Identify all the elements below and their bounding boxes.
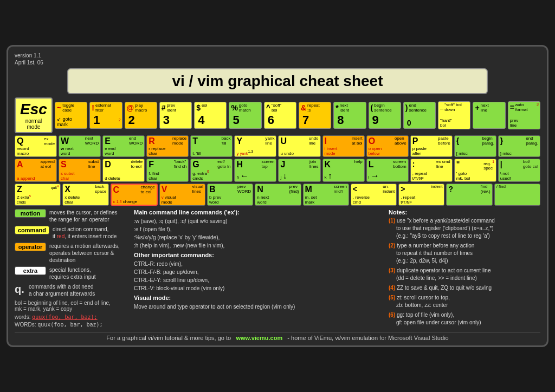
P-key: P pastebefore p pasteafter [410, 135, 453, 157]
equals-key: =autoformat 3 prevline [508, 101, 540, 129]
O-key: O openabove o openbelow [366, 135, 409, 157]
star-key: *nextident 8 [333, 102, 366, 129]
visual-mode-text: Move around and type operator to act on … [134, 303, 383, 311]
Q-key: Q exmode recordmacro [15, 135, 57, 157]
R-key: R replacemode r replacechar [146, 135, 189, 157]
S-key: S substline s substchar [59, 159, 101, 182]
top-key-row: Esc normalmode ~togglecase ↙ gotomark !e… [15, 97, 540, 133]
qdot-legend: q. commands with a dot need a char argum… [15, 283, 128, 297]
percent-key: %gotomatch 5 [229, 102, 261, 129]
plus-key: +nextline [473, 102, 505, 129]
notes-column: Notes: (1) use "x before a yank/paste/de… [389, 209, 540, 329]
command-legend: command direct action command,if red, it… [15, 226, 128, 240]
hash-key: #prevident 3 [159, 102, 192, 129]
lbrace-key: { beginparag. [ misc [454, 135, 496, 157]
K-key: K help k ↑ [322, 159, 365, 182]
esc-key: Esc normalmode [15, 97, 53, 133]
quote-key: " reg. 1spec ' gotomk. bol [454, 159, 496, 182]
G-key: G eof/goto ln g. extra6cmds [190, 159, 233, 182]
N-key: N prev(find) n nextword [255, 184, 301, 206]
B-key: B prevWORD b prevword [207, 184, 253, 206]
words-line1: words: quux(foo, bar, baz); [15, 314, 128, 320]
main-commands-title: Main command line commands ('ex'): [134, 209, 383, 215]
viemu-link[interactable]: www.viemu.com [236, 335, 282, 341]
Y-key: Y yankline y yank1,3 [234, 135, 276, 157]
extra-legend: extra special functions, requires extra … [15, 266, 128, 280]
H-key: H screentop h ← [234, 159, 276, 182]
E-key: E endWORD e endword [102, 135, 145, 157]
rparen-key: )endsentence 0 [403, 102, 436, 129]
title-box: vi / vim graphical cheat sheet [67, 68, 488, 94]
visual-mode-title: Visual mode: [134, 295, 383, 301]
J-key: J joinlines j ↓ [278, 159, 320, 182]
D-key: D deleteto eol d delete [102, 159, 145, 182]
colon-key: : ex cmdline ; repeatt/T/f/F [410, 159, 453, 182]
W-key: W nextWORD w nextword [59, 135, 101, 157]
question-key: ? find(rev.) [446, 184, 492, 206]
dollar-key: $eol 4 [194, 102, 227, 129]
at-key: @playmacro 2 [125, 102, 157, 129]
qwerty-row: Q exmode recordmacro W nextWORD w nextwo… [15, 135, 540, 157]
note-3: (3) duplicate operator to act on current… [389, 267, 540, 282]
other-commands-title: Other important commands: [134, 252, 383, 258]
main-commands-text: :w (save), :q (quit), :q! (quit w/o savi… [134, 217, 383, 250]
A-key: A appendat eol a append [15, 159, 57, 182]
rbrace-key: } endparag. ] misc [498, 135, 540, 157]
exclaim-key: !externalfilter 2 1 [89, 102, 122, 129]
motion-legend: motion moves the cursor, or defines the … [15, 209, 128, 223]
Z-key: Z quit4 Z extra5cmds [15, 184, 61, 206]
C-key: C changeto eol c 1,3 change [111, 184, 158, 206]
underscore-key: _"soft" boldown "hard"bol [438, 101, 470, 129]
amp-key: &repeat:s 7 [299, 102, 331, 129]
L-key: L screenbottom l → [366, 159, 409, 182]
note-2: (2) type a number before any action to r… [389, 242, 540, 265]
asdf-row: A appendat eol a append S substline s su… [15, 159, 540, 182]
T-key: T back'till t. 'till [190, 135, 233, 157]
note-1: (1) use "x before a yank/paste/del comma… [389, 217, 540, 240]
X-key: X back-space x deletechar [62, 184, 108, 206]
bottom-section: motion moves the cursor, or defines the … [15, 209, 540, 329]
footer: For a graphical vi/vim tutorial & more t… [15, 332, 540, 341]
words-line2: WORDs: quux(foo, bar, baz); [15, 322, 128, 328]
note-6: (6) gg: top of file (vim only), gf: open… [389, 311, 540, 326]
version-info: version 1.1 April 1st, 06 [15, 52, 540, 66]
bol-note: bol = beginning of line, eol = end of li… [15, 300, 128, 312]
lparen-key: (beginsentence 9 [369, 102, 401, 129]
F-key: F "back"find ch f. findchar [146, 159, 189, 182]
legend-column: motion moves the cursor, or defines the … [15, 209, 128, 329]
I-key: I insertat bol i insertmode [322, 135, 365, 157]
V-key: V visuallines v visualmode [159, 184, 205, 206]
U-key: U undoline u undo [278, 135, 320, 157]
operator-legend: operator requires a motion afterwards, o… [15, 243, 128, 264]
note-5: (5) zt: scroll cursor to top, zb: bottom… [389, 294, 540, 309]
M-key: M screenmid'l m. setmark [303, 184, 349, 206]
pipe-key: | bol/goto col \ notused! [498, 159, 540, 182]
lt-key: < un-indent , reversecmd [351, 184, 397, 206]
main-commands-column: Main command line commands ('ex'): :w (s… [134, 209, 383, 329]
slash-key: / find [494, 184, 540, 206]
gt-key: > indent . repeatt/T/f/F [398, 184, 444, 206]
note-4: (4) ZZ to save & quit, ZQ to quit w/o sa… [389, 284, 540, 292]
zxcv-row: Z quit4 Z extra5cmds X back-space x dele… [15, 184, 540, 206]
cheat-sheet-container: version 1.1 April 1st, 06 vi / vim graph… [7, 45, 548, 348]
caret-key: ^"soft"bol 6 [264, 102, 296, 129]
tilde-key: ~togglecase ↙ gotomark [55, 102, 87, 129]
page-title: vi / vim graphical cheat sheet [68, 73, 487, 90]
other-commands-text: CTRL-R: redo (vim), CTRL-F/-B: page up/d… [134, 260, 383, 292]
notes-title: Notes: [389, 209, 540, 215]
